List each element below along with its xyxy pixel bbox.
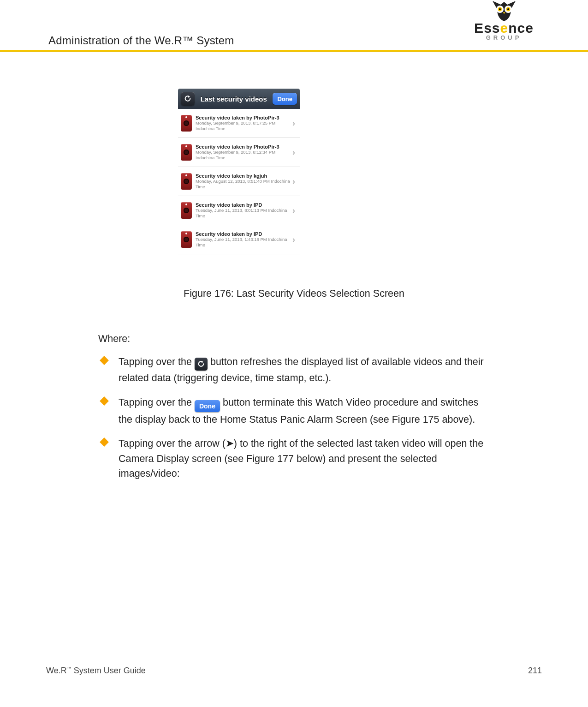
footer: We.R™ System User Guide 211 bbox=[46, 666, 542, 676]
inline-refresh-icon bbox=[195, 358, 208, 371]
footer-page-number: 211 bbox=[528, 666, 542, 676]
inline-done-icon: Done bbox=[195, 400, 220, 412]
chevron-right-icon[interactable]: › bbox=[291, 148, 297, 157]
bullet3-text: Tapping over the arrow (➤) to the right … bbox=[119, 438, 483, 479]
owl-icon bbox=[488, 0, 520, 22]
video-row-text: Security video taken by kgjuh Monday, Au… bbox=[196, 173, 291, 190]
video-row-sub: Monday, September 9, 2013, 8:12:34 PM In… bbox=[196, 150, 291, 161]
bullet2-pre: Tapping over the bbox=[119, 397, 195, 408]
camera-icon bbox=[181, 144, 192, 161]
video-row-sub: Tuesday, June 11, 2013, 8:01:13 PM Indoc… bbox=[196, 208, 291, 219]
video-row[interactable]: Security video taken by PhotoPir-3 Monda… bbox=[178, 109, 300, 138]
video-row[interactable]: Security video taken by IPD Tuesday, Jun… bbox=[178, 225, 300, 254]
footer-guide: System User Guide bbox=[71, 666, 146, 675]
video-row-title: Security video taken by IPD bbox=[196, 202, 291, 208]
chevron-right-icon[interactable]: › bbox=[291, 235, 297, 245]
video-row-sub: Tuesday, June 11, 2013, 1:43:18 PM Indoc… bbox=[196, 237, 291, 248]
video-row-text: Security video taken by IPD Tuesday, Jun… bbox=[196, 202, 291, 219]
bullet-item-3: Tapping over the arrow (➤) to the right … bbox=[98, 436, 493, 481]
video-row-title: Security video taken by PhotoPir-3 bbox=[196, 144, 291, 150]
video-row-title: Security video taken by kgjuh bbox=[196, 173, 291, 179]
screenshot-navbar: Last security videos Done bbox=[178, 89, 300, 109]
refresh-icon bbox=[184, 95, 191, 102]
svg-point-5 bbox=[507, 8, 509, 10]
logo-wordmark: Essence bbox=[466, 21, 542, 35]
logo: Essence GROUP bbox=[466, 0, 542, 41]
video-row-text: Security video taken by IPD Tuesday, Jun… bbox=[196, 231, 291, 248]
camera-icon bbox=[181, 115, 192, 132]
video-row-sub: Monday, August 12, 2013, 8:51:40 PM Indo… bbox=[196, 179, 291, 190]
done-button[interactable]: Done bbox=[273, 93, 297, 105]
figure-caption: Figure 176: Last Security Videos Selecti… bbox=[0, 288, 588, 300]
body-section: Where: Tapping over the button refreshes… bbox=[98, 331, 493, 490]
chevron-right-icon[interactable]: › bbox=[291, 206, 297, 216]
video-row[interactable]: Security video taken by PhotoPir-3 Monda… bbox=[178, 138, 300, 167]
video-row-text: Security video taken by PhotoPir-3 Monda… bbox=[196, 115, 291, 132]
screenshot-last-security-videos: Last security videos Done Security video… bbox=[178, 89, 300, 273]
chevron-right-icon[interactable]: › bbox=[291, 177, 297, 186]
header-divider bbox=[0, 50, 588, 52]
bullet-item-2: Tapping over the Done button terminate t… bbox=[98, 395, 493, 427]
where-label: Where: bbox=[98, 331, 493, 346]
refresh-icon bbox=[197, 360, 205, 368]
chevron-right-icon[interactable]: › bbox=[291, 119, 297, 128]
video-row-sub: Monday, September 9, 2013, 8:17:25 PM In… bbox=[196, 120, 291, 132]
video-row-title: Security video taken by IPD bbox=[196, 231, 291, 237]
camera-icon bbox=[181, 231, 192, 248]
video-row[interactable]: Security video taken by kgjuh Monday, Au… bbox=[178, 167, 300, 196]
video-row-title: Security video taken by PhotoPir-3 bbox=[196, 115, 291, 120]
footer-product: We.R bbox=[46, 666, 67, 675]
video-row[interactable]: Security video taken by IPD Tuesday, Jun… bbox=[178, 196, 300, 225]
bullet1-pre: Tapping over the bbox=[119, 356, 195, 367]
svg-point-4 bbox=[499, 8, 501, 10]
header-title: Administration of the We.R™ System bbox=[48, 34, 234, 47]
refresh-button[interactable] bbox=[181, 92, 195, 106]
camera-icon bbox=[181, 173, 192, 190]
page: Administration of the We.R™ System Essen… bbox=[0, 0, 588, 707]
footer-left: We.R™ System User Guide bbox=[46, 666, 146, 676]
screenshot-title: Last security videos bbox=[201, 95, 267, 103]
camera-icon bbox=[181, 202, 192, 219]
bullet-list: Tapping over the button refreshes the di… bbox=[98, 354, 493, 481]
video-row-text: Security video taken by PhotoPir-3 Monda… bbox=[196, 144, 291, 161]
bullet-item-1: Tapping over the button refreshes the di… bbox=[98, 354, 493, 385]
